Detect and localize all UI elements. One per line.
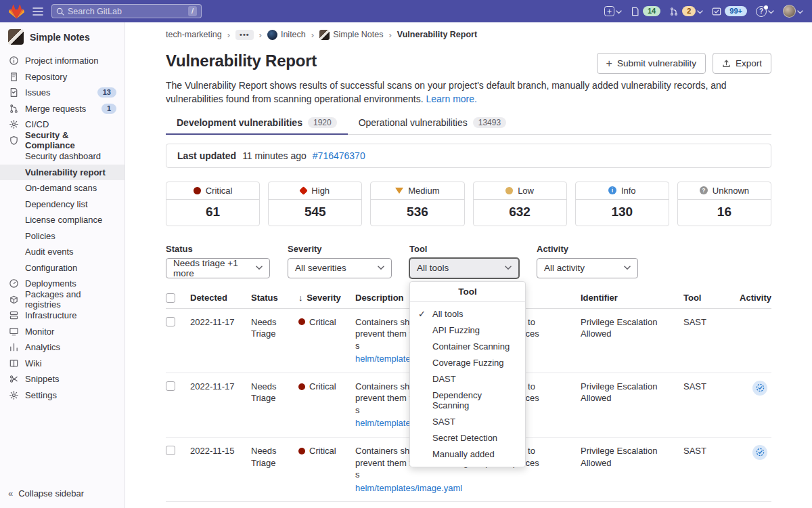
col-header-tool[interactable]: Tool: [683, 293, 731, 303]
cell-activity: [739, 381, 771, 396]
sidebar-item-security-compliance[interactable]: Security & Compliance: [0, 133, 125, 149]
sidebar-item-license-compliance[interactable]: License compliance: [0, 212, 125, 228]
settings-icon: [8, 389, 19, 400]
collapse-sidebar-button[interactable]: « Collapse sidebar: [0, 484, 125, 503]
dropdown-item-coverage-fuzzing[interactable]: Coverage Fuzzing: [410, 355, 525, 371]
submit-vulnerability-button[interactable]: + Submit vulnerability: [597, 53, 706, 74]
sidebar-project-header[interactable]: Simple Notes: [0, 22, 125, 53]
severity-count: 632: [474, 200, 566, 226]
sidebar-item-packages-and-registries[interactable]: Packages and registries: [0, 292, 125, 308]
filter-selected-value: All severities: [295, 263, 346, 273]
severity-circle-icon: [194, 187, 201, 194]
sidebar-item-project-information[interactable]: Project information: [0, 53, 125, 69]
new-menu-button[interactable]: +: [604, 6, 622, 16]
severity-circle-icon: [505, 187, 513, 194]
dropdown-item-container-scanning[interactable]: Container Scanning: [410, 339, 525, 355]
issues-count-button[interactable]: 14: [631, 6, 660, 16]
dropdown-item-all-tools[interactable]: ✓All tools: [410, 306, 525, 322]
learn-more-link[interactable]: Learn more.: [426, 93, 476, 104]
sidebar-item-issues[interactable]: Issues13: [0, 85, 125, 101]
filter-status-select[interactable]: Needs triage +1 more: [166, 258, 270, 278]
col-header-detected[interactable]: Detected: [190, 293, 243, 303]
todos-count-button[interactable]: 99+: [712, 6, 747, 16]
dropdown-item-sast[interactable]: SAST: [410, 414, 525, 430]
sidebar-item-repository[interactable]: Repository: [0, 69, 125, 85]
col-header-identifier[interactable]: Identifier: [581, 293, 675, 303]
sidebar-item-label: Project information: [25, 56, 98, 66]
filter-activity-select[interactable]: All activity: [537, 258, 638, 278]
col-header-status[interactable]: Status: [251, 293, 290, 303]
select-all-checkbox[interactable]: [166, 293, 175, 303]
sidebar-item-analytics[interactable]: Analytics: [0, 339, 125, 356]
sidebar-item-label: Configuration: [25, 263, 77, 273]
dropdown-item-secret-detection[interactable]: Secret Detection: [410, 430, 525, 446]
issues-count-badge: 14: [643, 6, 660, 16]
sidebar-item-configuration[interactable]: Configuration: [0, 260, 125, 276]
severity-card-header: iInfo: [576, 182, 669, 200]
merge-requests-count-button[interactable]: 2: [669, 6, 703, 16]
severity-card-medium[interactable]: Medium536: [370, 182, 464, 226]
tab-development-vulnerabilities[interactable]: Development vulnerabilities1920: [166, 111, 348, 135]
filter-bar: StatusNeeds triage +1 moreSeverityAll se…: [166, 244, 771, 278]
pipeline-link[interactable]: #716476370: [313, 150, 365, 161]
filter-selected-value: All tools: [417, 263, 449, 273]
search-input[interactable]: Search GitLab /: [51, 4, 202, 18]
sidebar-item-label: Infrastructure: [25, 310, 77, 320]
menu-hamburger-icon[interactable]: [32, 7, 43, 16]
breadcrumb-project[interactable]: Simple Notes: [319, 30, 383, 40]
sidebar-item-monitor[interactable]: Monitor: [0, 324, 125, 340]
cell-detected: 2022-11-15: [190, 445, 243, 457]
severity-card-low[interactable]: Low632: [473, 182, 567, 226]
user-avatar: [783, 5, 796, 18]
severity-label: Info: [621, 186, 636, 196]
sidebar-item-merge-requests[interactable]: Merge requests1: [0, 101, 125, 117]
severity-card-high[interactable]: High545: [268, 182, 362, 226]
severity-card-unknown[interactable]: ?Unknown16: [677, 182, 771, 226]
sidebar-item-vulnerability-report[interactable]: Vulnerability report: [0, 165, 125, 181]
cell-tool: SAST: [683, 381, 731, 393]
chevron-down-icon: [624, 266, 631, 270]
activity-issue-created-icon[interactable]: [752, 381, 767, 396]
col-header-activity[interactable]: Activity: [739, 293, 771, 303]
help-menu-button[interactable]: ?: [756, 6, 774, 17]
breadcrumb-group-root[interactable]: tech-marketing: [166, 30, 222, 39]
sidebar-item-policies[interactable]: Policies: [0, 228, 125, 245]
tab-operational-vulnerabilities[interactable]: Operational vulnerabilities13493: [348, 111, 517, 135]
sidebar-item-label: Monitor: [25, 326, 54, 337]
sidebar-item-audit-events[interactable]: Audit events: [0, 244, 125, 260]
breadcrumb-ellipsis-button[interactable]: •••: [235, 30, 254, 40]
sidebar-item-on-demand-scans[interactable]: On-demand scans: [0, 180, 125, 196]
activity-issue-created-icon[interactable]: [752, 445, 767, 460]
severity-label: High: [311, 186, 330, 196]
vulnerability-file-link[interactable]: helm/templates/image.yaml: [355, 482, 572, 494]
gitlab-logo[interactable]: [9, 4, 24, 19]
breadcrumb-subgroup[interactable]: Initech: [267, 30, 306, 40]
sidebar-item-settings[interactable]: Settings: [0, 387, 125, 404]
dropdown-item-dependency-scanning[interactable]: Dependency Scanning: [410, 387, 525, 414]
sidebar-item-infrastructure[interactable]: Infrastructure: [0, 308, 125, 324]
sidebar-item-dependency-list[interactable]: Dependency list: [0, 196, 125, 213]
row-checkbox[interactable]: [166, 446, 175, 455]
severity-card-critical[interactable]: Critical61: [166, 182, 260, 226]
export-button[interactable]: Export: [713, 53, 771, 74]
severity-card-header: Low: [474, 182, 566, 200]
filter-tool-select[interactable]: All tools: [409, 258, 519, 278]
sidebar-item-security-dashboard[interactable]: Security dashboard: [0, 148, 125, 165]
user-menu-button[interactable]: [783, 5, 803, 18]
dropdown-item-dast[interactable]: DAST: [410, 371, 525, 387]
severity-card-info[interactable]: iInfo130: [575, 182, 669, 226]
col-header-severity[interactable]: ↓ Severity: [298, 293, 347, 303]
dropdown-item-manually-added[interactable]: Manually added: [410, 446, 525, 463]
dropdown-item-api-fuzzing[interactable]: API Fuzzing: [410, 322, 525, 339]
breadcrumb-separator: ›: [388, 30, 391, 40]
table-row: 2022-11-14Needs TriageCriticalCVE-2022-3…: [166, 502, 771, 508]
snippets-icon: [8, 374, 19, 385]
filter-severity-select[interactable]: All severities: [288, 258, 392, 278]
severity-label: Unknown: [713, 186, 749, 196]
severity-count: 130: [576, 200, 669, 226]
row-checkbox[interactable]: [166, 381, 175, 391]
sidebar-item-snippets[interactable]: Snippets: [0, 371, 125, 387]
sidebar-item-wiki[interactable]: Wiki: [0, 356, 125, 372]
page-description: The Vulnerability Report shows results o…: [166, 79, 771, 106]
row-checkbox[interactable]: [166, 317, 175, 326]
